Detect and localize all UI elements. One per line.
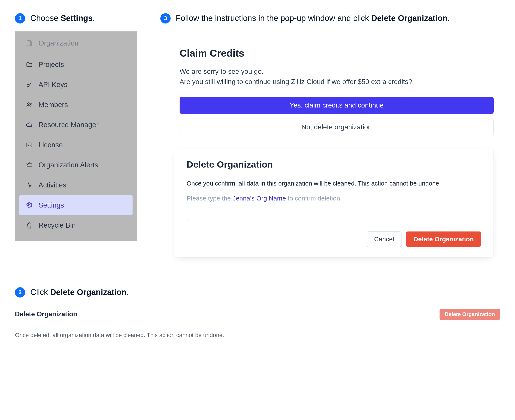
settings-row-title: Delete Organization — [15, 310, 77, 318]
step-3-badge: 3 — [160, 13, 171, 23]
delete-org-dialog: Delete Organization Once you confirm, al… — [174, 149, 494, 257]
settings-row-desc: Once deleted, all organization data will… — [15, 332, 500, 338]
sidebar-item-label: Projects — [38, 60, 64, 69]
sidebar-item-recycle-bin[interactable]: Recycle Bin — [19, 215, 133, 235]
svg-point-3 — [30, 103, 31, 105]
step-2-badge: 2 — [15, 287, 25, 298]
claim-yes-button[interactable]: Yes, claim credits and continue — [180, 97, 494, 114]
svg-point-1 — [27, 84, 29, 87]
sidebar-item-members[interactable]: Members — [19, 95, 133, 115]
claim-credits-section: Claim Credits We are sorry to see you go… — [160, 31, 500, 136]
sidebar-item-label: API Keys — [38, 81, 68, 89]
dialog-hint-post: to confirm deletion. — [286, 195, 342, 202]
sidebar-item-projects[interactable]: Projects — [19, 54, 133, 75]
claim-title: Claim Credits — [180, 47, 494, 59]
step-1-post: . — [92, 14, 95, 23]
sidebar: Organization Projects API Keys — [15, 31, 137, 241]
dialog-hint: Please type the Jenna's Org Name to conf… — [187, 195, 481, 202]
claim-no-button[interactable]: No, delete organization — [180, 118, 494, 136]
settings-delete-org-row: Delete Organization Delete Organization — [15, 309, 500, 320]
organization-icon — [26, 39, 33, 47]
step-2-post: . — [127, 288, 129, 297]
trash-icon — [26, 222, 33, 229]
sidebar-item-settings[interactable]: Settings — [19, 195, 133, 215]
sidebar-item-license[interactable]: License — [19, 135, 133, 155]
claim-line1: We are sorry to see you go. — [180, 68, 263, 75]
cancel-button[interactable]: Cancel — [367, 232, 401, 247]
sidebar-item-label: License — [38, 141, 63, 149]
license-icon — [26, 141, 33, 149]
gear-icon — [26, 202, 33, 209]
claim-text: We are sorry to see you go. Are you stil… — [180, 66, 494, 87]
sidebar-item-api-keys[interactable]: API Keys — [19, 75, 133, 95]
sidebar-item-label: Activities — [38, 181, 66, 189]
folder-icon — [26, 61, 33, 68]
step-2-bold: Delete Organization — [50, 288, 127, 297]
sidebar-heading: Organization — [19, 35, 133, 54]
step-3-post: . — [447, 14, 450, 23]
cloud-icon — [26, 121, 33, 128]
dialog-hint-org: Jenna's Org Name — [233, 195, 286, 202]
sidebar-item-organization-alerts[interactable]: Organization Alerts — [19, 155, 133, 175]
confirm-org-name-input[interactable] — [187, 205, 481, 220]
step-1-badge: 1 — [15, 13, 25, 23]
step-2-pre: Click — [30, 288, 50, 297]
sidebar-item-label: Organization Alerts — [38, 161, 98, 169]
svg-rect-0 — [27, 41, 30, 46]
delete-organization-button[interactable]: Delete Organization — [406, 232, 481, 247]
sidebar-item-label: Members — [38, 101, 68, 109]
step-2-header: 2 Click Delete Organization. — [15, 287, 500, 298]
step-1-header: 1 Choose Settings. — [15, 13, 137, 24]
activity-icon — [26, 181, 33, 189]
dialog-desc: Once you confirm, all data in this organ… — [187, 180, 481, 187]
svg-point-5 — [28, 144, 29, 145]
step-3-bold: Delete Organization — [371, 14, 448, 23]
members-icon — [26, 101, 33, 108]
step-1-pre: Choose — [30, 14, 61, 23]
svg-rect-4 — [27, 143, 32, 147]
sidebar-item-resource-manager[interactable]: Resource Manager — [19, 115, 133, 135]
svg-point-2 — [28, 103, 30, 105]
key-icon — [26, 81, 33, 88]
dialog-hint-pre: Please type the — [187, 195, 233, 202]
sidebar-item-label: Settings — [38, 201, 64, 209]
svg-point-6 — [28, 204, 30, 206]
claim-line2: Are you still willing to continue using … — [180, 78, 412, 85]
sidebar-item-label: Recycle Bin — [38, 221, 76, 229]
step-3-pre: Follow the instructions in the pop-up wi… — [176, 14, 371, 23]
sidebar-heading-label: Organization — [38, 39, 78, 47]
step-3-header: 3 Follow the instructions in the pop-up … — [160, 13, 500, 24]
dialog-title: Delete Organization — [187, 159, 481, 170]
sidebar-item-label: Resource Manager — [38, 121, 98, 129]
alert-icon — [26, 161, 33, 169]
sidebar-item-activities[interactable]: Activities — [19, 175, 133, 195]
settings-delete-organization-button[interactable]: Delete Organization — [439, 309, 500, 320]
step-1-bold: Settings — [61, 14, 93, 23]
